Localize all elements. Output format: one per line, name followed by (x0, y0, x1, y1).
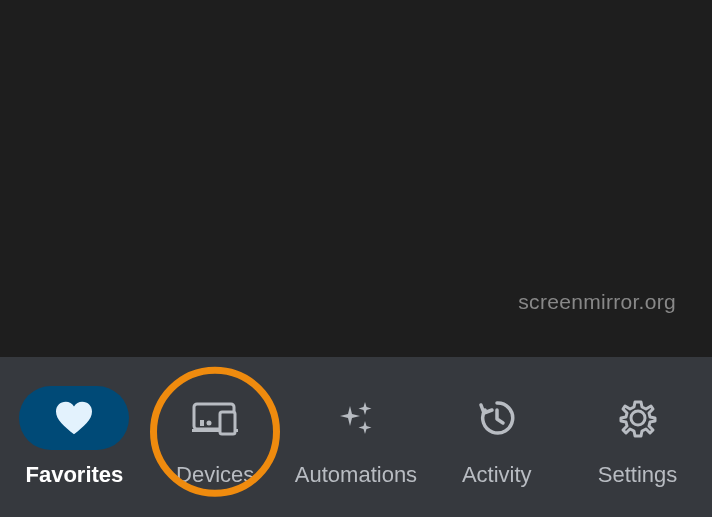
tab-label: Settings (598, 462, 678, 488)
heart-icon (19, 386, 129, 450)
svg-rect-4 (200, 420, 204, 426)
sparkle-icon (301, 386, 411, 450)
tab-label: Activity (462, 462, 532, 488)
history-icon (442, 386, 552, 450)
tab-favorites[interactable]: Favorites (4, 357, 144, 517)
svg-point-3 (207, 421, 212, 426)
tab-devices[interactable]: Devices (145, 357, 285, 517)
svg-rect-2 (220, 412, 235, 434)
tab-label: Automations (295, 462, 417, 488)
bottom-tab-bar: Favorites Devices Automations (0, 357, 712, 517)
watermark-text: screenmirror.org (518, 290, 676, 314)
tab-settings[interactable]: Settings (568, 357, 708, 517)
tab-automations[interactable]: Automations (286, 357, 426, 517)
tab-activity[interactable]: Activity (427, 357, 567, 517)
tab-label: Devices (176, 462, 254, 488)
gear-icon (583, 386, 693, 450)
devices-icon (160, 386, 270, 450)
tab-label: Favorites (25, 462, 123, 488)
